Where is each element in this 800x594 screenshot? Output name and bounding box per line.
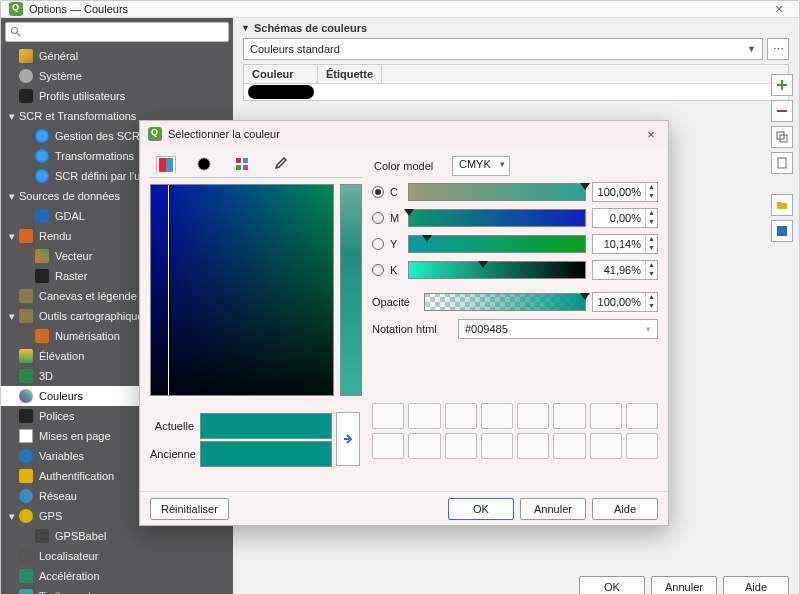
sidebar-item-locator[interactable]: Localisateur [1, 546, 233, 566]
hex-label: Notation html [372, 323, 452, 335]
tab-gradient[interactable] [156, 156, 176, 174]
channel-y-radio[interactable] [372, 238, 384, 250]
scheme-menu-button[interactable]: ⋯ [767, 38, 789, 60]
svg-rect-10 [236, 158, 241, 163]
spin-arrows-icon[interactable]: ▲▼ [645, 261, 657, 279]
spin-arrows-icon[interactable]: ▲▼ [645, 183, 657, 201]
help-button[interactable]: Aide [723, 576, 789, 594]
picker-ok-button[interactable]: OK [448, 498, 514, 520]
spin-arrows-icon[interactable]: ▲▼ [645, 209, 657, 227]
search-input[interactable] [5, 22, 229, 42]
recent-slot[interactable] [553, 433, 585, 459]
recent-slot[interactable] [626, 433, 658, 459]
picker-close-button[interactable]: × [642, 127, 660, 142]
add-color-button[interactable] [771, 74, 793, 96]
sidebar-item-acceleration[interactable]: Accélération [1, 566, 233, 586]
tab-eyedropper[interactable] [270, 155, 290, 173]
spin-arrows-icon[interactable]: ▲▼ [645, 235, 657, 253]
recent-slot[interactable] [626, 403, 658, 429]
recent-slot[interactable] [445, 433, 477, 459]
color-picker-dialog: Sélectionner la couleur × [139, 120, 669, 526]
recent-slot[interactable] [372, 403, 404, 429]
sidebar-item-processing[interactable]: Traitement [1, 586, 233, 594]
svg-rect-8 [166, 158, 173, 172]
channel-y-spin[interactable]: 10,14%▲▼ [592, 234, 658, 254]
recent-slot[interactable] [517, 403, 549, 429]
channel-m-radio[interactable] [372, 212, 384, 224]
channel-c-row: C 100,00%▲▼ [372, 179, 658, 205]
picker-help-button[interactable]: Aide [592, 498, 658, 520]
recent-slot[interactable] [553, 403, 585, 429]
picker-cancel-button[interactable]: Annuler [520, 498, 586, 520]
remove-color-button[interactable] [771, 100, 793, 122]
recent-slot[interactable] [445, 403, 477, 429]
current-swatch [200, 413, 332, 439]
window-title: Options — Couleurs [29, 3, 767, 15]
color-wheel-icon [197, 157, 211, 171]
channel-m-spin[interactable]: 0,00%▲▼ [592, 208, 658, 228]
color-swatch [248, 85, 314, 99]
reset-button[interactable]: Réinitialiser [150, 498, 229, 520]
sidebar-item-general[interactable]: Général [1, 46, 233, 66]
recent-slot[interactable] [408, 403, 440, 429]
recent-slot[interactable] [517, 433, 549, 459]
svg-rect-2 [777, 110, 787, 112]
channel-m-slider[interactable] [408, 209, 586, 227]
font-icon [19, 409, 33, 423]
ok-button[interactable]: OK [579, 576, 645, 594]
import-colors-button[interactable] [771, 194, 793, 216]
recent-slot[interactable] [590, 433, 622, 459]
gradient-cursor[interactable] [168, 185, 170, 395]
tab-wheel[interactable] [194, 155, 214, 173]
svg-rect-13 [243, 165, 248, 170]
page-icon [19, 429, 33, 443]
previous-swatch[interactable] [200, 441, 332, 467]
schemes-section-header[interactable]: ▼ Schémas de couleurs [233, 18, 799, 38]
schemes-title: Schémas de couleurs [254, 22, 367, 34]
color-model-select[interactable]: CMYK [452, 156, 510, 176]
recent-slot[interactable] [481, 403, 513, 429]
copy-color-button[interactable] [771, 126, 793, 148]
cancel-button[interactable]: Annuler [651, 576, 717, 594]
export-colors-button[interactable] [771, 220, 793, 242]
channel-k-radio[interactable] [372, 264, 384, 276]
channel-k-spin[interactable]: 41,96%▲▼ [592, 260, 658, 280]
search-field[interactable] [26, 25, 224, 39]
variable-icon [19, 449, 33, 463]
channel-c-slider[interactable] [408, 183, 586, 201]
channel-k-slider[interactable] [408, 261, 586, 279]
opacity-slider[interactable] [424, 293, 586, 311]
sidebar-item-profiles[interactable]: Profils utilisateurs [1, 86, 233, 106]
save-icon [776, 225, 788, 237]
svg-point-9 [198, 158, 210, 170]
tab-swatches[interactable] [232, 155, 252, 173]
color-table-header: Couleur Étiquette [243, 64, 789, 83]
recent-slot[interactable] [590, 403, 622, 429]
recent-slot[interactable] [481, 433, 513, 459]
acceleration-icon [19, 569, 33, 583]
spin-arrows-icon[interactable]: ▲▼ [645, 293, 657, 311]
scheme-combo[interactable]: Couleurs standard ▼ [243, 38, 763, 60]
add-to-recent-button[interactable] [336, 412, 360, 466]
options-dialog-buttons: OK Annuler Aide [579, 576, 789, 594]
svg-point-0 [12, 28, 18, 34]
channel-y-slider[interactable] [408, 235, 586, 253]
hue-bar[interactable] [340, 184, 362, 396]
plus-icon [776, 79, 788, 91]
hex-input[interactable]: #009485 ▾ [458, 319, 658, 339]
svg-rect-12 [236, 165, 241, 170]
channel-c-radio[interactable] [372, 186, 384, 198]
sidebar-item-system[interactable]: Système [1, 66, 233, 86]
color-table-row[interactable] [243, 83, 789, 101]
recent-slot[interactable] [372, 433, 404, 459]
hex-row: Notation html #009485 ▾ [372, 317, 658, 341]
sidebar-item-gpsbabel[interactable]: GPSBabel [1, 526, 233, 546]
col-label: Étiquette [318, 65, 382, 83]
color-gradient-field[interactable] [150, 184, 334, 396]
window-close-button[interactable]: × [767, 1, 791, 17]
channel-c-spin[interactable]: 100,00%▲▼ [592, 182, 658, 202]
opacity-spin[interactable]: 100,00%▲▼ [592, 292, 658, 312]
kebab-icon: ⋯ [773, 43, 784, 56]
paste-color-button[interactable] [771, 152, 793, 174]
recent-slot[interactable] [408, 433, 440, 459]
